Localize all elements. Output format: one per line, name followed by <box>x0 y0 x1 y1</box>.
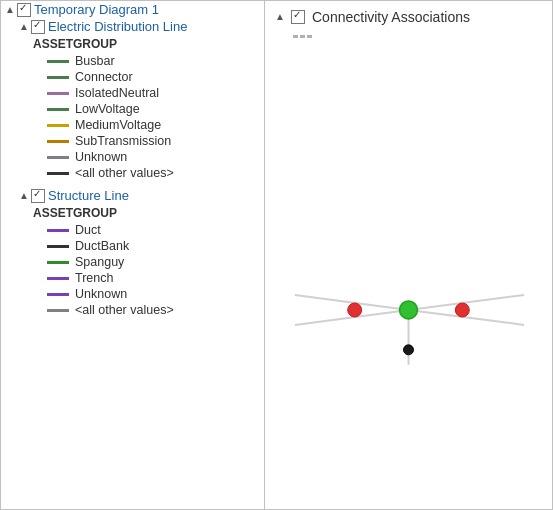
dot-3 <box>307 35 312 38</box>
connector-line-icon <box>47 76 69 79</box>
legend-low-voltage: LowVoltage <box>1 101 264 117</box>
connectivity-dots <box>265 35 552 38</box>
duct-line-icon <box>47 229 69 232</box>
assetgroup-label-1: ASSETGROUP <box>1 35 264 53</box>
busbar-label: Busbar <box>75 54 115 68</box>
electric-layer-item[interactable]: ▲ Electric Distribution Line <box>1 18 264 35</box>
busbar-line-icon <box>47 60 69 63</box>
legend-isolated-neutral: IsolatedNeutral <box>1 85 264 101</box>
low-voltage-label: LowVoltage <box>75 102 140 116</box>
dot-1 <box>293 35 298 38</box>
legend-all-other-structure: <all other values> <box>1 302 264 318</box>
all-other-structure-label: <all other values> <box>75 303 174 317</box>
legend-medium-voltage: MediumVoltage <box>1 117 264 133</box>
unknown-electric-line-icon <box>47 156 69 159</box>
dot-2 <box>300 35 305 38</box>
structure-layer-item[interactable]: ▲ Structure Line <box>1 187 264 204</box>
legend-busbar: Busbar <box>1 53 264 69</box>
legend-connector: Connector <box>1 69 264 85</box>
all-other-structure-line-icon <box>47 309 69 312</box>
right-diagram-panel: ▲ Connectivity Associations <box>265 0 553 510</box>
root-checkbox[interactable] <box>17 3 31 17</box>
root-tree-item[interactable]: ▲ Temporary Diagram 1 <box>1 1 264 18</box>
ductbank-label: DuctBank <box>75 239 129 253</box>
legend-unknown-structure: Unknown <box>1 286 264 302</box>
legend-all-other-electric: <all other values> <box>1 165 264 181</box>
connectivity-arrow[interactable]: ▲ <box>275 11 287 23</box>
legend-unknown-electric: Unknown <box>1 149 264 165</box>
sub-transmission-line-icon <box>47 140 69 143</box>
unknown-electric-label: Unknown <box>75 150 127 164</box>
electric-checkbox[interactable] <box>31 20 45 34</box>
spanguy-line-icon <box>47 261 69 264</box>
legend-sub-transmission: SubTransmission <box>1 133 264 149</box>
trench-label: Trench <box>75 271 113 285</box>
electric-label: Electric Distribution Line <box>48 19 187 34</box>
all-other-electric-line-icon <box>47 172 69 175</box>
root-label: Temporary Diagram 1 <box>34 2 159 17</box>
right-node <box>455 303 469 317</box>
connectivity-title: Connectivity Associations <box>312 9 470 25</box>
assetgroup-label-2: ASSETGROUP <box>1 204 264 222</box>
legend-trench: Trench <box>1 270 264 286</box>
left-node <box>348 303 362 317</box>
left-legend-panel: ▲ Temporary Diagram 1 ▲ Electric Distrib… <box>0 0 265 510</box>
unknown-structure-line-icon <box>47 293 69 296</box>
medium-voltage-label: MediumVoltage <box>75 118 161 132</box>
collapse-arrow[interactable]: ▲ <box>5 4 17 16</box>
trench-line-icon <box>47 277 69 280</box>
structure-arrow[interactable]: ▲ <box>19 190 31 202</box>
duct-label: Duct <box>75 223 101 237</box>
unknown-structure-label: Unknown <box>75 287 127 301</box>
structure-label: Structure Line <box>48 188 129 203</box>
legend-ductbank: DuctBank <box>1 238 264 254</box>
connector-label: Connector <box>75 70 133 84</box>
connectivity-checkbox[interactable] <box>291 10 305 24</box>
legend-spanguy: Spanguy <box>1 254 264 270</box>
low-voltage-line-icon <box>47 108 69 111</box>
medium-voltage-line-icon <box>47 124 69 127</box>
spanguy-label: Spanguy <box>75 255 124 269</box>
isolated-neutral-line-icon <box>47 92 69 95</box>
legend-duct: Duct <box>1 222 264 238</box>
center-node <box>400 301 418 319</box>
network-diagram <box>265 101 552 509</box>
ductbank-line-icon <box>47 245 69 248</box>
sub-transmission-label: SubTransmission <box>75 134 171 148</box>
isolated-neutral-label: IsolatedNeutral <box>75 86 159 100</box>
structure-checkbox[interactable] <box>31 189 45 203</box>
bottom-node <box>404 345 414 355</box>
all-other-electric-label: <all other values> <box>75 166 174 180</box>
electric-arrow[interactable]: ▲ <box>19 21 31 33</box>
connectivity-header: ▲ Connectivity Associations <box>265 1 552 33</box>
